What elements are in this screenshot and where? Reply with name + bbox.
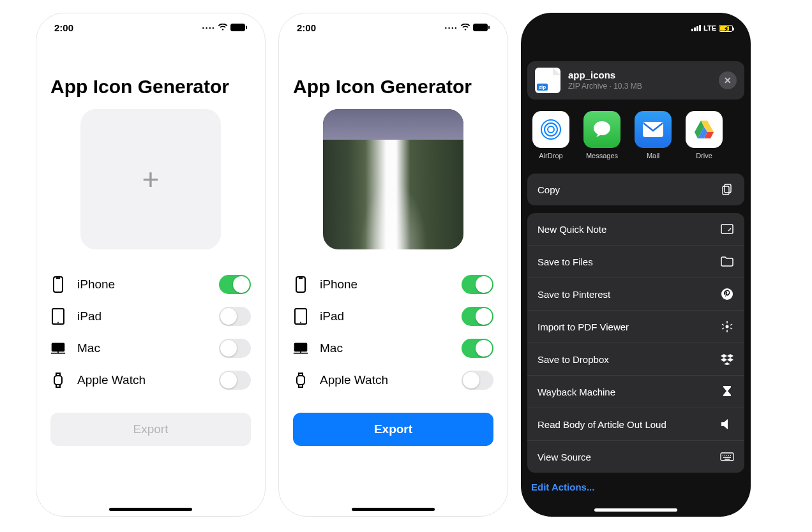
svg-point-6: [57, 322, 59, 323]
svg-point-34: [726, 325, 729, 329]
share-app-label: Messages: [586, 152, 618, 159]
close-button[interactable]: ✕: [719, 71, 737, 89]
device-list: iPhoneiPadMacApple Watch: [279, 269, 508, 396]
device-row-watch: Apple Watch: [293, 364, 493, 396]
share-app-mail[interactable]: Mail: [633, 111, 673, 159]
svg-rect-5: [52, 309, 64, 324]
mac-icon: [293, 341, 308, 355]
selected-image-preview: [323, 109, 463, 249]
wifi-icon: [218, 24, 228, 31]
watch-icon: [50, 372, 66, 388]
battery-charging-icon: ⚡︎: [719, 25, 733, 32]
toggle-ipad[interactable]: [462, 307, 493, 326]
device-row-ipad: iPad: [293, 300, 493, 332]
folder-icon: [720, 255, 734, 269]
copy-icon: [720, 182, 734, 196]
svg-point-23: [545, 123, 557, 136]
home-indicator[interactable]: [109, 508, 192, 511]
toggle-watch[interactable]: [462, 371, 493, 390]
device-row-watch: Apple Watch: [50, 364, 251, 396]
ipad-icon: [50, 308, 66, 325]
hourglass-icon: [720, 385, 734, 399]
home-indicator[interactable]: [352, 508, 435, 511]
zip-file-icon: zip: [535, 68, 560, 93]
status-bar: 2:00: [279, 13, 508, 39]
toggle-mac[interactable]: [219, 339, 251, 358]
action-dropbox[interactable]: Save to Dropbox: [527, 343, 744, 375]
device-label: Mac: [320, 341, 343, 355]
action-quicknote[interactable]: New Quick Note: [527, 213, 744, 245]
share-file-subtitle: ZIP Archive · 10.3 MB: [568, 82, 711, 92]
copy-action[interactable]: Copy: [527, 174, 744, 205]
svg-rect-16: [295, 309, 306, 324]
home-indicator[interactable]: [594, 508, 677, 512]
speaker-icon: [720, 417, 734, 431]
svg-rect-31: [723, 186, 729, 195]
toggle-iphone[interactable]: [219, 275, 251, 294]
device-row-mac: Mac: [293, 332, 493, 364]
device-label: Apple Watch: [77, 373, 146, 387]
svg-rect-1: [232, 25, 244, 30]
svg-point-17: [300, 322, 301, 323]
action-pinterest[interactable]: Save to Pinterest: [527, 277, 744, 310]
action-folder[interactable]: Save to Files: [527, 245, 744, 277]
cellular-dots-icon: [444, 22, 458, 33]
svg-rect-2: [246, 26, 247, 29]
action-label: Copy: [538, 184, 560, 195]
iphone-icon: [50, 276, 66, 293]
device-label: Mac: [77, 341, 100, 355]
phone-screen-3-share-sheet: LTE ⚡︎ zip app_icons ZIP Archive · 10.3 …: [521, 13, 751, 517]
image-picker[interactable]: [323, 109, 463, 249]
svg-rect-21: [297, 376, 304, 385]
share-apps-row[interactable]: AirDropMessagesMailDriveS: [527, 100, 744, 166]
device-row-ipad: iPad: [50, 300, 251, 332]
phone-screen-2: 2:00 App Icon Generator iPhoneiPadMacApp…: [278, 13, 508, 517]
page-title: App Icon Generator: [36, 39, 265, 98]
share-app-drive[interactable]: Drive: [684, 111, 724, 159]
action-label: Wayback Machine: [538, 387, 615, 397]
network-label: LTE: [703, 24, 716, 32]
action-hourglass[interactable]: Wayback Machine: [527, 375, 744, 408]
more-app-icon: [737, 111, 744, 148]
svg-rect-14: [296, 277, 305, 292]
svg-point-25: [594, 121, 610, 135]
action-keyboard[interactable]: View Source: [527, 440, 744, 473]
toggle-iphone[interactable]: [462, 275, 493, 294]
device-label: iPhone: [320, 277, 357, 292]
action-speaker[interactable]: Read Body of Article Out Loud: [527, 408, 744, 440]
share-app-airdrop[interactable]: AirDrop: [531, 111, 571, 159]
plus-icon: +: [142, 165, 160, 194]
action-pdf[interactable]: Import to PDF Viewer: [527, 310, 744, 343]
device-label: Apple Watch: [320, 373, 388, 387]
share-app-more[interactable]: S: [735, 111, 744, 159]
export-button[interactable]: Export: [50, 413, 251, 446]
copy-action-group: Copy: [527, 174, 744, 205]
action-label: Save to Dropbox: [538, 354, 609, 365]
dropbox-icon: [720, 352, 734, 366]
share-app-label: Mail: [647, 152, 659, 159]
image-picker[interactable]: +: [80, 109, 221, 249]
svg-rect-18: [295, 343, 307, 351]
action-label: Read Body of Article Out Loud: [538, 419, 666, 430]
toggle-mac[interactable]: [462, 339, 493, 358]
toggle-ipad[interactable]: [219, 307, 251, 326]
share-app-label: Drive: [696, 152, 712, 159]
share-app-messages[interactable]: Messages: [582, 111, 622, 159]
svg-rect-30: [725, 184, 731, 193]
toggle-watch[interactable]: [219, 371, 251, 390]
svg-rect-3: [54, 277, 63, 292]
status-time: 2:00: [54, 22, 73, 33]
device-label: iPad: [320, 309, 344, 323]
mac-icon: [50, 341, 66, 355]
device-row-mac: Mac: [50, 332, 251, 364]
watch-icon: [293, 372, 308, 388]
action-label: New Quick Note: [538, 224, 606, 235]
status-bar: LTE ⚡︎: [521, 13, 751, 38]
export-button-label: Export: [133, 422, 169, 436]
edit-actions-link[interactable]: Edit Actions...: [527, 473, 744, 492]
device-row-iphone: iPhone: [293, 269, 493, 300]
share-app-label: AirDrop: [539, 152, 562, 159]
status-bar: 2:00: [36, 13, 265, 39]
export-button[interactable]: Export: [293, 413, 493, 446]
svg-rect-7: [52, 343, 64, 351]
